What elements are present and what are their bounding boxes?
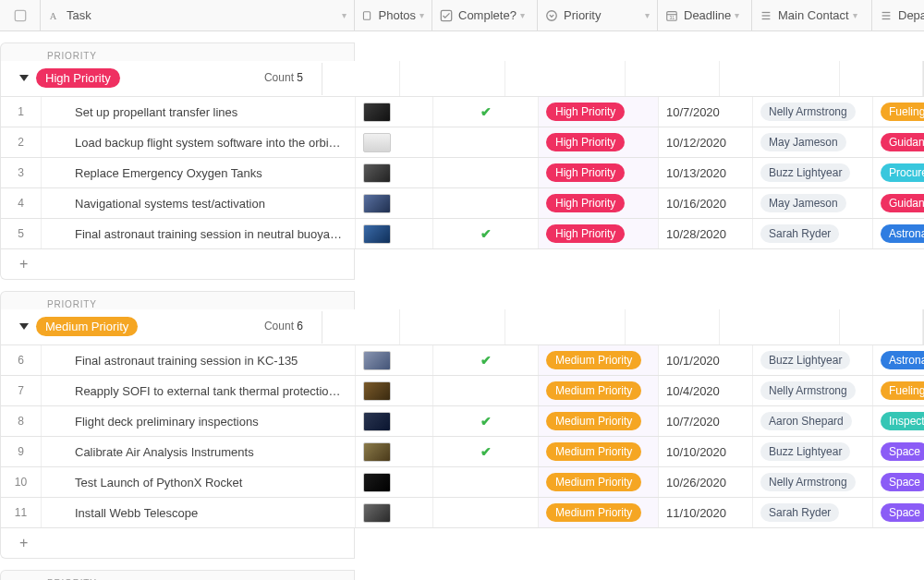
deadline-cell[interactable]: 11/10/2020 bbox=[659, 498, 753, 527]
task-cell[interactable]: Install Webb Telescope bbox=[42, 498, 356, 527]
table-row[interactable]: 11Install Webb TelescopeMedium Priority1… bbox=[0, 498, 924, 528]
department-cell[interactable]: Space bbox=[873, 498, 924, 527]
column-header-department[interactable]: Depa bbox=[872, 0, 924, 30]
photo-thumbnail[interactable] bbox=[363, 381, 391, 401]
department-cell[interactable]: Astrona bbox=[873, 345, 924, 375]
priority-cell[interactable]: High Priority bbox=[539, 158, 659, 187]
deadline-cell[interactable]: 10/7/2020 bbox=[659, 406, 753, 436]
collapse-toggle[interactable] bbox=[19, 75, 29, 81]
task-cell[interactable]: Flight deck preliminary inspections bbox=[42, 406, 356, 436]
photos-cell[interactable] bbox=[356, 498, 433, 527]
photos-cell[interactable] bbox=[356, 188, 433, 218]
table-row[interactable]: 3Replace Emergency Oxygen TanksHigh Prio… bbox=[0, 158, 924, 188]
contact-cell[interactable]: Nelly Armstrong bbox=[753, 376, 873, 405]
task-cell[interactable]: Test Launch of PythonX Rocket bbox=[42, 467, 356, 497]
complete-cell[interactable]: ✔ bbox=[433, 437, 539, 466]
table-row[interactable]: 5Final astronaut training session in neu… bbox=[0, 219, 924, 249]
department-cell[interactable]: Astrona bbox=[873, 219, 924, 248]
deadline-cell[interactable]: 10/12/2020 bbox=[659, 127, 753, 157]
photo-thumbnail[interactable] bbox=[363, 473, 391, 492]
task-cell[interactable]: Final astronaut training session in neut… bbox=[42, 219, 356, 248]
add-row-button[interactable]: + bbox=[0, 528, 355, 559]
task-cell[interactable]: Set up propellant transfer lines bbox=[42, 97, 356, 127]
photos-cell[interactable] bbox=[356, 127, 433, 157]
complete-cell[interactable] bbox=[433, 188, 539, 218]
photos-cell[interactable] bbox=[356, 406, 433, 436]
photos-cell[interactable] bbox=[356, 467, 433, 497]
priority-cell[interactable]: High Priority bbox=[539, 97, 659, 127]
deadline-cell[interactable]: 10/4/2020 bbox=[659, 376, 753, 405]
complete-cell[interactable]: ✔ bbox=[433, 219, 539, 248]
contact-cell[interactable]: Sarah Ryder bbox=[753, 219, 873, 248]
select-all-checkbox[interactable] bbox=[0, 0, 41, 30]
contact-cell[interactable]: Buzz Lightyear bbox=[753, 158, 873, 187]
department-cell[interactable]: Procure bbox=[873, 158, 924, 187]
task-cell[interactable]: Navigational systems test/activation bbox=[42, 188, 356, 218]
group-header[interactable]: Medium PriorityCount 6 bbox=[0, 309, 924, 345]
add-row-button[interactable]: + bbox=[0, 249, 355, 280]
priority-cell[interactable]: Medium Priority bbox=[539, 467, 659, 497]
contact-cell[interactable]: May Jameson bbox=[753, 127, 873, 157]
photos-cell[interactable] bbox=[356, 97, 433, 127]
deadline-cell[interactable]: 10/26/2020 bbox=[659, 467, 753, 497]
column-header-main-contact[interactable]: Main Contact ▾ bbox=[752, 0, 872, 30]
task-cell[interactable]: Calibrate Air Analysis Instruments bbox=[42, 437, 356, 466]
table-row[interactable]: 2Load backup flight system software into… bbox=[0, 127, 924, 158]
priority-cell[interactable]: High Priority bbox=[539, 219, 659, 248]
department-cell[interactable]: Guidanc bbox=[873, 188, 924, 218]
department-cell[interactable]: Fueling bbox=[873, 97, 924, 127]
table-row[interactable]: 7Reapply SOFI to external tank thermal p… bbox=[0, 376, 924, 406]
priority-cell[interactable]: Medium Priority bbox=[539, 406, 659, 436]
photo-thumbnail[interactable] bbox=[363, 194, 391, 213]
photo-thumbnail[interactable] bbox=[363, 103, 391, 122]
deadline-cell[interactable]: 10/16/2020 bbox=[659, 188, 753, 218]
complete-cell[interactable] bbox=[433, 498, 539, 527]
contact-cell[interactable]: Buzz Lightyear bbox=[753, 437, 873, 466]
photos-cell[interactable] bbox=[356, 376, 433, 405]
photo-thumbnail[interactable] bbox=[363, 224, 391, 244]
task-cell[interactable]: Load backup flight system software into … bbox=[42, 127, 356, 157]
deadline-cell[interactable]: 10/7/2020 bbox=[659, 97, 753, 127]
deadline-cell[interactable]: 10/13/2020 bbox=[659, 158, 753, 187]
table-row[interactable]: 9Calibrate Air Analysis Instruments✔Medi… bbox=[0, 437, 924, 467]
photo-thumbnail[interactable] bbox=[363, 163, 391, 183]
task-cell[interactable]: Final astronaut training session in KC-1… bbox=[42, 345, 356, 375]
complete-cell[interactable]: ✔ bbox=[433, 97, 539, 127]
complete-cell[interactable] bbox=[433, 158, 539, 187]
department-cell[interactable]: Inspect bbox=[873, 406, 924, 436]
complete-cell[interactable] bbox=[433, 467, 539, 497]
table-row[interactable]: 6Final astronaut training session in KC-… bbox=[0, 345, 924, 376]
contact-cell[interactable]: Aaron Shepard bbox=[753, 406, 873, 436]
photos-cell[interactable] bbox=[356, 219, 433, 248]
task-cell[interactable]: Reapply SOFI to external tank thermal pr… bbox=[42, 376, 356, 405]
photo-thumbnail[interactable] bbox=[363, 503, 391, 523]
priority-cell[interactable]: Medium Priority bbox=[539, 437, 659, 466]
complete-cell[interactable] bbox=[433, 376, 539, 405]
contact-cell[interactable]: May Jameson bbox=[753, 188, 873, 218]
deadline-cell[interactable]: 10/10/2020 bbox=[659, 437, 753, 466]
photo-thumbnail[interactable] bbox=[363, 351, 391, 370]
photos-cell[interactable] bbox=[356, 345, 433, 375]
complete-cell[interactable]: ✔ bbox=[433, 406, 539, 436]
photo-thumbnail[interactable] bbox=[363, 133, 391, 152]
group-header[interactable]: High PriorityCount 5 bbox=[0, 61, 924, 97]
contact-cell[interactable]: Nelly Armstrong bbox=[753, 97, 873, 127]
deadline-cell[interactable]: 10/1/2020 bbox=[659, 345, 753, 375]
department-cell[interactable]: Space bbox=[873, 467, 924, 497]
photos-cell[interactable] bbox=[356, 158, 433, 187]
complete-cell[interactable] bbox=[433, 127, 539, 157]
column-header-photos[interactable]: Photos ▾ bbox=[355, 0, 432, 30]
table-row[interactable]: 8Flight deck preliminary inspections✔Med… bbox=[0, 406, 924, 437]
collapse-toggle[interactable] bbox=[19, 323, 29, 330]
department-cell[interactable]: Fueling bbox=[873, 376, 924, 405]
table-row[interactable]: 4Navigational systems test/activationHig… bbox=[0, 188, 924, 219]
table-row[interactable]: 10Test Launch of PythonX RocketMedium Pr… bbox=[0, 467, 924, 498]
priority-cell[interactable]: Medium Priority bbox=[539, 376, 659, 405]
priority-cell[interactable]: Medium Priority bbox=[539, 498, 659, 527]
priority-cell[interactable]: Medium Priority bbox=[539, 345, 659, 375]
contact-cell[interactable]: Nelly Armstrong bbox=[753, 467, 873, 497]
contact-cell[interactable]: Buzz Lightyear bbox=[753, 345, 873, 375]
photos-cell[interactable] bbox=[356, 437, 433, 466]
table-row[interactable]: 1Set up propellant transfer lines✔High P… bbox=[0, 97, 924, 127]
photo-thumbnail[interactable] bbox=[363, 412, 391, 431]
